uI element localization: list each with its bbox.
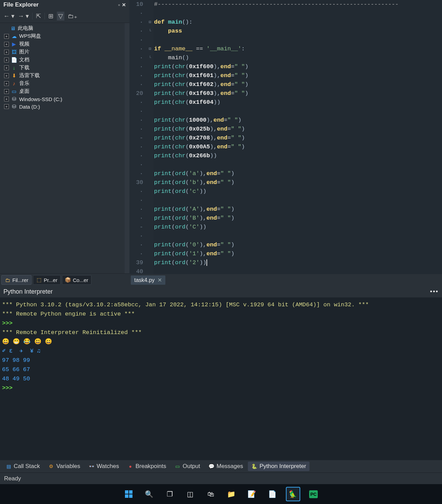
left-panel-tabs: 🗀Fil...rer⬚Pr...er📦Co...er xyxy=(0,273,129,286)
expander-icon[interactable]: + xyxy=(4,81,9,86)
file-tree[interactable]: 🖥此电脑+☁WPS网盘+▶视频+🖼图片+📄文档+↓下载+⬇迅雷下载+♪音乐+▭桌… xyxy=(0,23,125,273)
expander-icon[interactable]: + xyxy=(4,97,9,101)
up-button[interactable]: ⇱ xyxy=(36,12,41,20)
back-button[interactable]: ← ▾ xyxy=(3,12,14,20)
folder-icon[interactable]: 📁 xyxy=(224,487,239,501)
pycharm-icon[interactable]: PC xyxy=(306,487,321,501)
code-area[interactable]: #---------------------------------------… xyxy=(153,0,442,274)
folder-icon: 🖼 xyxy=(11,49,17,55)
tab-icon: ● xyxy=(127,464,134,469)
tab-icon: 🗀 xyxy=(4,277,11,283)
left-tab[interactable]: 🗀Fil...rer xyxy=(1,275,31,285)
left-tab[interactable]: 📦Co...er xyxy=(62,275,91,285)
folder-icon: ☁ xyxy=(11,33,17,39)
tab-icon: ▤ xyxy=(5,464,12,469)
tree-item[interactable]: +⛁Windows-SSD (C:) xyxy=(2,95,123,103)
taskview-icon[interactable]: ❐ xyxy=(163,487,177,501)
folder-icon: ⛁ xyxy=(11,96,17,102)
tree-item[interactable]: +⬇迅雷下载 xyxy=(2,72,123,79)
tree-item[interactable]: +▭桌面 xyxy=(2,87,123,95)
line-numbers: 10·········20····-····30····-···3940 xyxy=(129,0,147,274)
store-icon[interactable]: 🛍 xyxy=(204,487,218,501)
restore-icon[interactable]: ▫ xyxy=(118,2,120,8)
close-tab-icon[interactable]: ✕ xyxy=(157,277,162,283)
editor-panel: 10·········20····-····30····-···3940 ⊟└⊟… xyxy=(129,0,442,286)
expander-icon[interactable]: + xyxy=(4,89,9,94)
new-folder-button[interactable]: 🗀₊ xyxy=(68,12,77,20)
output-line: >>> xyxy=(2,319,440,328)
computer-icon: 🖥 xyxy=(10,25,16,32)
code-editor[interactable]: 10·········20····-····30····-···3940 ⊟└⊟… xyxy=(129,0,442,274)
filter-button[interactable]: ▽ xyxy=(57,12,64,21)
expander-icon[interactable]: + xyxy=(4,50,9,54)
search-icon[interactable]: 🔍 xyxy=(142,487,156,501)
status-text: Ready xyxy=(4,475,21,482)
expander-icon[interactable]: + xyxy=(4,42,9,47)
folder-icon: ⬇ xyxy=(11,73,17,79)
widgets-icon[interactable]: ◫ xyxy=(183,487,198,501)
interpreter-title: Python Interpreter xyxy=(3,288,53,295)
output-line: >>> xyxy=(2,383,440,393)
tree-item[interactable]: +🖼图片 xyxy=(2,48,123,56)
tab-icon: ▭ xyxy=(174,464,180,469)
output-line: *** Python 3.10.2 (tags/v3.10.2:a58ebcc,… xyxy=(2,300,440,309)
bottom-tabs: ▤Call Stack⚙Variables👓Watches●Breakpoint… xyxy=(0,460,442,472)
expander-icon[interactable]: + xyxy=(4,34,9,39)
output-line: 48 49 50 xyxy=(2,374,440,383)
output-line: 😀 😁 😂 😃 😄 xyxy=(2,337,440,346)
file-explorer-panel: File Explorer ▫ ✕ ← ▾ → ▾ ⇱ ⊞ ▽ 🗀₊ 🖥此电脑+… xyxy=(0,0,129,286)
tree-scrollbar[interactable] xyxy=(125,23,129,273)
bottom-tab-call-stack[interactable]: ▤Call Stack xyxy=(2,462,43,471)
notes-icon[interactable]: 📄 xyxy=(265,487,280,501)
fold-column[interactable]: ⊟└⊟└ xyxy=(147,0,153,274)
output-line: 65 66 67 xyxy=(2,365,440,374)
tree-item[interactable]: +📄文档 xyxy=(2,56,123,64)
bottom-tab-variables[interactable]: ⚙Variables xyxy=(45,462,84,471)
tree-item[interactable]: +↓下载 xyxy=(2,64,123,72)
output-line: 97 98 99 xyxy=(2,356,440,365)
interpreter-output[interactable]: *** Python 3.10.2 (tags/v3.10.2:a58ebcc,… xyxy=(0,297,442,460)
output-line: *** Remote Python engine is active *** xyxy=(2,309,440,319)
tree-item[interactable]: +⛁Data (D:) xyxy=(2,103,123,110)
tree-item[interactable]: +♪音乐 xyxy=(2,79,123,87)
tab-icon: 👓 xyxy=(88,464,94,469)
interpreter-title-bar: Python Interpreter ••• xyxy=(0,286,442,297)
folder-icon: ▶ xyxy=(11,41,17,47)
file-explorer-title: File Explorer xyxy=(3,1,39,8)
expander-icon[interactable]: + xyxy=(4,104,9,109)
notepad-icon[interactable]: 📝 xyxy=(245,487,259,501)
bottom-tab-python-interpreter[interactable]: 🐍Python Interpreter xyxy=(248,462,310,471)
tree-root[interactable]: 🖥此电脑 xyxy=(2,24,123,32)
tab-icon: ⬚ xyxy=(36,277,42,283)
bottom-tab-breakpoints[interactable]: ●Breakpoints xyxy=(124,462,170,471)
folder-icon: ♪ xyxy=(11,81,17,87)
folder-icon: ↓ xyxy=(11,65,17,71)
file-explorer-toolbar: ← ▾ → ▾ ⇱ ⊞ ▽ 🗀₊ xyxy=(0,10,129,23)
folder-icon: 📄 xyxy=(11,57,17,63)
expander-icon[interactable]: + xyxy=(4,73,9,78)
tab-icon: 📦 xyxy=(65,277,71,283)
tree-button[interactable]: ⊞ xyxy=(48,12,53,20)
tree-item[interactable]: +☁WPS网盘 xyxy=(2,32,123,40)
bottom-tab-output[interactable]: ▭Output xyxy=(171,462,203,471)
app-icon[interactable]: 🦜 xyxy=(286,487,300,501)
start-icon[interactable] xyxy=(122,487,136,501)
expander-icon[interactable]: + xyxy=(4,58,9,62)
file-explorer-title-bar: File Explorer ▫ ✕ xyxy=(0,0,129,10)
interpreter-menu-icon[interactable]: ••• xyxy=(430,288,439,295)
bottom-tab-watches[interactable]: 👓Watches xyxy=(85,462,123,471)
tab-icon: 💬 xyxy=(209,464,215,469)
forward-button[interactable]: → ▾ xyxy=(18,12,29,20)
editor-tab-task4[interactable]: task4.py ✕ xyxy=(131,275,165,285)
output-line: ✐ ɛ ✈ ¥ ♫ xyxy=(2,346,440,356)
folder-icon: ▭ xyxy=(11,88,17,95)
tab-icon: 🐍 xyxy=(251,464,257,469)
folder-icon: ⛁ xyxy=(11,103,17,110)
status-bar: Ready xyxy=(0,472,442,484)
close-icon[interactable]: ✕ xyxy=(122,2,126,8)
tree-item[interactable]: +▶视频 xyxy=(2,40,123,48)
expander-icon[interactable]: + xyxy=(4,65,9,70)
bottom-tab-messages[interactable]: 💬Messages xyxy=(205,462,247,471)
taskbar: 🔍❐◫🛍📁📝📄🦜PC xyxy=(0,484,442,504)
left-tab[interactable]: ⬚Pr...er xyxy=(33,275,61,285)
